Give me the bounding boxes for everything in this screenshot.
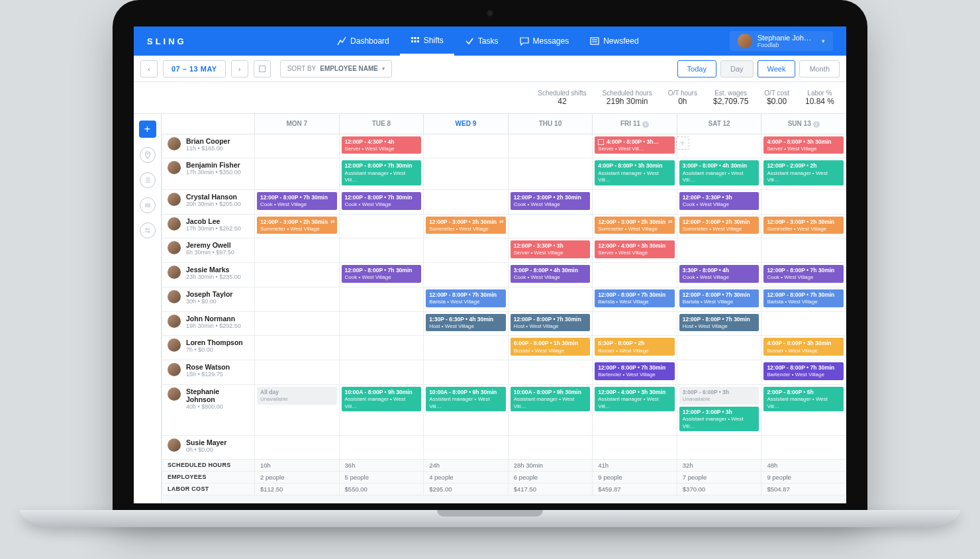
shift-chip[interactable]: 12:00P - 8:00P • 7h 30minCook • West Vil… xyxy=(342,192,422,210)
day-cell[interactable] xyxy=(508,360,593,385)
day-cell[interactable]: 12:00P - 3:00P • 2h 30minSommelier • Wes… xyxy=(677,214,761,238)
day-cell[interactable] xyxy=(508,287,593,311)
shift-chip[interactable]: 4:00P - 8:00P • 3h 30minAssistant manage… xyxy=(595,160,675,185)
user-menu[interactable]: Stephanie Joh… Foodlab ▾ xyxy=(730,31,833,51)
shift-chip[interactable]: 3:00P - 8:00P • 4h 30minCook • West Vill… xyxy=(511,265,591,283)
day-cell[interactable] xyxy=(424,436,509,460)
day-cell[interactable]: 12:00P - 8:00P • 7h 30minBarista • West … xyxy=(761,287,846,311)
day-cell[interactable]: 12:00P - 8:00P • 7h 30minAssistant manag… xyxy=(339,158,424,189)
day-cell[interactable]: 12:00P - 3:00P • 2h 30minSommelier • Wes… xyxy=(761,214,846,238)
day-cell[interactable]: 12:00P - 8:00P • 7h 30minBartender • Wes… xyxy=(761,360,846,385)
day-cell[interactable]: 12:00P - 8:00P • 7h 30minCook • West Vil… xyxy=(339,263,424,287)
day-cell[interactable]: 12:00P - 8:00P • 7h 30minBarista • West … xyxy=(677,287,761,311)
day-header[interactable]: TUE 8 xyxy=(339,114,424,134)
day-cell[interactable] xyxy=(255,311,340,336)
day-cell[interactable] xyxy=(508,134,593,158)
day-header[interactable]: SUN 13i xyxy=(761,114,846,134)
next-week-button[interactable]: › xyxy=(231,60,248,77)
day-cell[interactable] xyxy=(677,436,761,460)
day-cell[interactable] xyxy=(339,436,424,460)
employee-cell[interactable]: Crystal Hanson20h 30min • $205.00 xyxy=(168,193,249,207)
shift-chip[interactable]: 3:00P - 8:00P • 4h 30minAssistant manage… xyxy=(679,160,760,185)
day-cell[interactable]: 12:00P - 3:30P • 3hCook • West Village xyxy=(677,189,761,214)
rail-settings-icon[interactable] xyxy=(140,223,156,238)
shift-chip[interactable]: 12:00P - 4:30P • 4hServer • West Village xyxy=(342,136,422,154)
day-cell[interactable] xyxy=(593,311,677,336)
shift-chip[interactable]: 12:00P - 3:00P • 2h 30minCook • West Vil… xyxy=(511,192,591,210)
add-shift-button[interactable]: + xyxy=(139,121,156,138)
day-cell[interactable]: 4:00P - 8:00P • 3h 30minAssistant manage… xyxy=(593,158,677,189)
day-header[interactable]: MON 7 xyxy=(255,114,340,134)
day-cell[interactable] xyxy=(424,158,509,189)
day-cell[interactable]: 3:00P - 6:00P • 3hUnavailable12:00P - 3:… xyxy=(677,384,761,435)
day-header[interactable]: THU 10 xyxy=(508,114,593,134)
day-cell[interactable] xyxy=(255,436,340,460)
day-cell[interactable]: 10:00A - 8:00P • 9h 30minAssistant manag… xyxy=(424,384,509,435)
shift-chip[interactable]: 3:00P - 6:00P • 3hUnavailable xyxy=(679,387,760,405)
day-cell[interactable]: 6:00P - 8:00P • 1h 30minBusser • West Vi… xyxy=(508,336,593,360)
employee-cell[interactable]: Joseph Taylor30h • $0.00 xyxy=(168,290,249,305)
day-cell[interactable] xyxy=(339,214,424,238)
employee-cell[interactable]: Brian Cooper11h • $165.00 xyxy=(168,137,249,152)
day-cell[interactable] xyxy=(761,238,846,263)
day-cell[interactable]: All dayUnavailable xyxy=(255,384,340,435)
day-cell[interactable] xyxy=(255,158,340,189)
shift-chip[interactable]: 12:00P - 3:00P • 2h 30minSommelier • Wes… xyxy=(679,217,760,234)
shift-chip[interactable]: 12:00P - 8:00P • 7h 30minBarista • West … xyxy=(595,289,675,307)
view-day[interactable]: Day xyxy=(720,60,754,77)
shift-chip[interactable]: 12:00P - 8:00P • 7h 30minAssistant manag… xyxy=(342,160,422,185)
today-button[interactable]: Today xyxy=(677,60,716,77)
day-cell[interactable]: 12:00P - 3:00P • 2h 30minSommelier • Wes… xyxy=(593,214,677,238)
day-cell[interactable]: 12:00P - 8:00P • 7h 30minCook • West Vil… xyxy=(339,189,424,214)
shift-chip[interactable]: 12:00P - 3:00P • 2h 30minSommelier • Wes… xyxy=(595,217,675,234)
day-header[interactable]: FRI 11i xyxy=(593,114,677,134)
shift-chip[interactable]: 12:00P - 8:00P • 7h 30minHost • West Vil… xyxy=(679,314,760,332)
shift-chip[interactable]: 12:00P - 4:00P • 3h 30minServer • West V… xyxy=(595,240,675,258)
employee-cell[interactable]: Stephanie Johnson40h • $800.00 xyxy=(168,387,249,410)
view-week[interactable]: Week xyxy=(758,60,796,77)
day-cell[interactable] xyxy=(255,134,340,158)
rail-location-icon[interactable] xyxy=(140,147,156,163)
employee-cell[interactable]: Susie Mayer0h • $0.00 xyxy=(168,438,249,453)
day-cell[interactable]: 12:00P - 8:00P • 7h 30minBartender • Wes… xyxy=(593,360,677,385)
day-cell[interactable]: 12:00P - 3:00P • 2h 30minSommelier • Wes… xyxy=(255,214,340,238)
day-cell[interactable] xyxy=(761,311,846,336)
shift-chip[interactable]: 12:00P - 8:00P • 7h 30minBartender • Wes… xyxy=(595,362,675,380)
employee-cell[interactable]: Rose Watson15h • $129.75 xyxy=(168,363,249,378)
day-cell[interactable] xyxy=(255,360,340,385)
day-cell[interactable]: 12:00P - 3:00P • 2h 30minSommelier • Wes… xyxy=(424,214,509,238)
shift-chip[interactable]: 12:00P - 8:00P • 7h 30minCook • West Vil… xyxy=(342,265,422,283)
day-cell[interactable] xyxy=(677,238,761,263)
schedule-grid[interactable]: MON 7TUE 8WED 9THU 10FRI 11iSAT 12SUN 13… xyxy=(162,114,846,503)
nav-newsfeed[interactable]: Newsfeed xyxy=(579,26,649,56)
day-cell[interactable]: 4:00P - 8:00P • 3h 30minServer • West Vi… xyxy=(761,134,846,158)
day-cell[interactable] xyxy=(255,287,340,311)
employee-cell[interactable]: John Normann19h 30min • $292.50 xyxy=(168,315,249,329)
day-cell[interactable] xyxy=(255,336,340,360)
shift-chip[interactable]: 12:00P - 8:00P • 7h 30minBarista • West … xyxy=(679,289,760,307)
nav-messages[interactable]: Messages xyxy=(509,26,580,56)
shift-chip[interactable]: 4:00P - 8:00P • 3h 30minBusser • West Vi… xyxy=(763,338,844,356)
shift-chip[interactable]: 12:00P - 8:00P • 7h 30minBartender • Wes… xyxy=(763,362,844,380)
shift-chip[interactable]: 4:00P - 8:00P • 3h 30minServer • West Vi… xyxy=(763,136,844,154)
shift-chip[interactable]: 12:00P - 3:00P • 2h 30minSommelier • Wes… xyxy=(257,217,337,234)
day-header[interactable]: SAT 12 xyxy=(677,114,761,134)
shift-chip[interactable]: 4:00P - 8:00P • 3h…Server • West Vill… xyxy=(595,136,675,154)
rail-list-icon[interactable] xyxy=(140,172,156,188)
day-cell[interactable]: 12:00P - 8:00P • 7h 30minCook • West Vil… xyxy=(761,263,846,287)
employee-cell[interactable]: Jacob Lee17h 30min • $262.50 xyxy=(168,217,249,232)
day-cell[interactable] xyxy=(424,360,509,385)
day-cell[interactable] xyxy=(593,436,677,460)
shift-chip[interactable]: 12:00P - 8:00P • 7h 30minHost • West Vil… xyxy=(511,314,591,332)
day-cell[interactable]: 3:00P - 8:00P • 4h 30minCook • West Vill… xyxy=(508,263,593,287)
shift-chip[interactable]: 6:00P - 8:00P • 1h 30minBusser • West Vi… xyxy=(511,338,591,356)
shift-chip[interactable]: 5:30P - 8:00P • 2hBusser • West Village xyxy=(595,338,675,356)
shift-chip[interactable]: 10:00A - 8:00P • 9h 30minAssistant manag… xyxy=(342,387,422,411)
day-cell[interactable]: 12:00P - 3:30P • 3hServer • West Village xyxy=(508,238,593,263)
day-cell[interactable]: 5:30P - 8:00P • 2hBusser • West Village xyxy=(593,336,677,360)
day-cell[interactable] xyxy=(424,189,509,214)
day-cell[interactable]: 4:00P - 8:00P • 3h 30minBusser • West Vi… xyxy=(761,336,846,360)
day-cell[interactable] xyxy=(255,263,340,287)
day-cell[interactable] xyxy=(761,189,846,214)
day-cell[interactable] xyxy=(508,214,593,238)
